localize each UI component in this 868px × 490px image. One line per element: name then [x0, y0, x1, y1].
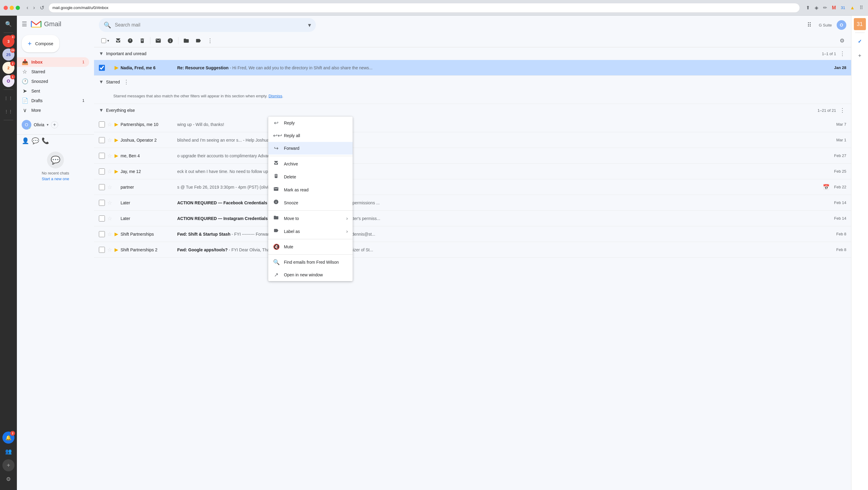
right-panel-tasks-button[interactable]: ✓ [854, 35, 866, 47]
maximize-window-button[interactable] [16, 6, 20, 10]
email-star-5[interactable]: ☆ [107, 168, 112, 175]
shift-account-2[interactable]: 25 25 [2, 49, 14, 61]
table-row[interactable]: ☆ ▶ me, Ben 4 o upgrade their accounts t… [94, 148, 851, 164]
table-row[interactable]: ☆ ▶ Partnerships, me 10 wing up - Will d… [94, 117, 851, 132]
sidebar-item-starred[interactable]: ☆ Starred [17, 67, 89, 76]
context-menu-snooze[interactable]: Snooze [268, 196, 352, 209]
add-account-button[interactable]: + [51, 121, 58, 128]
sidebar-item-drafts[interactable]: 📄 Drafts 1 [17, 96, 89, 105]
mark-as-read-button[interactable] [153, 36, 164, 45]
snooze-button[interactable] [165, 36, 176, 45]
right-panel-expand-button[interactable]: + [854, 50, 866, 62]
archive-button[interactable] [113, 36, 124, 45]
search-input[interactable] [115, 22, 304, 28]
section-toggle-starred[interactable]: ▼ [99, 79, 104, 85]
select-dropdown-icon[interactable]: ▾ [107, 38, 109, 43]
shift-account-1[interactable]: 3 3 [2, 35, 14, 47]
context-menu-open-window[interactable]: ↗ Open in new window [268, 269, 352, 281]
context-menu-archive[interactable]: Archive [268, 157, 352, 170]
email-checkbox-5[interactable] [99, 169, 105, 175]
shift-search-button[interactable]: 🔍 [2, 18, 14, 30]
move-to-button[interactable] [181, 36, 192, 45]
email-checkbox-2[interactable] [99, 121, 105, 127]
search-dropdown-icon[interactable]: ▾ [308, 21, 311, 29]
sidebar-item-inbox[interactable]: 📥 Inbox 1 [17, 57, 89, 67]
delete-button[interactable] [137, 36, 148, 45]
report-spam-button[interactable] [125, 36, 135, 45]
email-star-7[interactable]: ☆ [107, 200, 112, 206]
shift-account-3[interactable]: 2 2 [2, 62, 14, 74]
sidebar-item-snoozed[interactable]: 🕐 Snoozed [17, 76, 89, 86]
search-bar[interactable]: 🔍 ▾ [99, 18, 316, 32]
sidebar-item-more[interactable]: ∨ More [17, 105, 89, 115]
context-menu-move-to[interactable]: Move to › [268, 212, 352, 225]
section-toggle-important[interactable]: ▼ [99, 51, 104, 56]
email-star-8[interactable]: ☆ [107, 215, 112, 222]
browser-forward-button[interactable]: › [31, 3, 37, 12]
settings-button[interactable]: ⚙ [838, 36, 846, 46]
context-menu-find-emails[interactable]: 🔍 Find emails from Fred Wilson [268, 256, 352, 269]
layers-button[interactable]: ◈ [813, 4, 819, 12]
shift-notifications-button[interactable]: 🔔 2 [2, 432, 14, 443]
email-star-4[interactable]: ☆ [107, 152, 112, 159]
right-panel-calendar-button[interactable]: 31 [854, 18, 866, 30]
context-menu-label-as[interactable]: Label as › [268, 225, 352, 238]
context-menu-mark-read[interactable]: Mark as read [268, 183, 352, 196]
section-toggle-else[interactable]: ▼ [99, 108, 104, 113]
drive-button[interactable]: ▲ [849, 4, 856, 12]
email-star-1[interactable]: ☆ [107, 64, 112, 71]
email-star-9[interactable]: ☆ [107, 231, 112, 238]
context-menu-forward[interactable]: ↪ Forward [268, 142, 352, 155]
email-checkbox-3[interactable] [99, 137, 105, 143]
shift-apps-button[interactable]: ⋮⋮ [2, 92, 14, 104]
shift-account-4[interactable]: O 1 [2, 75, 14, 87]
email-checkbox-1[interactable] [99, 65, 105, 71]
email-checkbox-10[interactable] [99, 247, 105, 253]
close-window-button[interactable] [4, 6, 8, 10]
section-more-starred[interactable]: ⋮ [122, 78, 130, 86]
select-all-checkbox[interactable] [101, 38, 106, 43]
context-menu-reply-all[interactable]: ↩↩ Reply all [268, 129, 352, 142]
table-row[interactable]: ☆ ▶ Later ACTION REQUIRED — Instagram Cr… [94, 211, 851, 226]
table-row[interactable]: ☆ ▶ Joshua, Operator 2 blished and I'm s… [94, 132, 851, 148]
share-button[interactable]: ⬆ [805, 4, 811, 12]
email-star-6[interactable]: ☆ [107, 184, 112, 190]
user-profile[interactable]: O Olivia ▾ + [17, 118, 94, 132]
sidebar-item-sent[interactable]: ➤ Sent [17, 86, 89, 96]
edit-button[interactable]: ✏ [822, 4, 828, 12]
calendar-button[interactable]: 31 [840, 4, 846, 11]
email-star-3[interactable]: ☆ [107, 137, 112, 144]
label-button[interactable] [193, 36, 204, 45]
table-row[interactable]: ☆ ▶ Shift Partnerships 2 Fwd: Google app… [94, 242, 851, 258]
context-menu-mute[interactable]: 🔇 Mute [268, 241, 352, 253]
table-row[interactable]: ☆ ▶ Nadia, Fred, me 6 Re: Resource Sugge… [94, 60, 851, 75]
context-menu-delete[interactable]: Delete [268, 170, 352, 183]
compose-button[interactable]: + Compose [22, 35, 59, 53]
browser-refresh-button[interactable]: ↺ [38, 3, 46, 12]
more-actions-button[interactable]: ⋮ [205, 36, 215, 46]
shift-add-button[interactable]: + [2, 459, 14, 471]
section-more-important[interactable]: ⋮ [838, 50, 846, 58]
email-checkbox-9[interactable] [99, 231, 105, 237]
select-checkbox-button[interactable]: ▾ [99, 36, 112, 45]
user-account-button[interactable]: O [837, 20, 846, 30]
table-row[interactable]: ☆ ▶ Later ACTION REQUIRED — Facebook Cre… [94, 195, 851, 211]
start-new-chat-link[interactable]: Start a new one [27, 177, 84, 181]
email-star-2[interactable]: ☆ [107, 121, 112, 128]
dismiss-link[interactable]: Dismiss [269, 94, 282, 98]
table-row[interactable]: ☆ ▶ Shift Partnerships Fwd: Shift & Star… [94, 226, 851, 242]
address-bar[interactable]: mail.google.com/mail/u/0/#inbox [49, 3, 800, 13]
table-row[interactable]: ☆ ▶ Jay, me 12 eck it out when I have ti… [94, 164, 851, 179]
section-more-else[interactable]: ⋮ [838, 106, 846, 114]
minimize-window-button[interactable] [10, 6, 14, 10]
email-checkbox-4[interactable] [99, 153, 105, 159]
email-checkbox-7[interactable] [99, 200, 105, 206]
email-checkbox-8[interactable] [99, 215, 105, 221]
table-row[interactable]: ☆ ▶ partner s @ Tue Feb 26, 2019 3:30pm … [94, 179, 851, 195]
shift-settings-button[interactable]: ⚙ [2, 473, 14, 485]
email-checkbox-6[interactable] [99, 184, 105, 190]
email-star-10[interactable]: ☆ [107, 246, 112, 253]
browser-back-button[interactable]: ‹ [25, 3, 30, 12]
shift-apps2-button[interactable]: ⋮⋮ [2, 105, 14, 118]
apps-grid-button[interactable]: ⠿ [805, 19, 814, 31]
